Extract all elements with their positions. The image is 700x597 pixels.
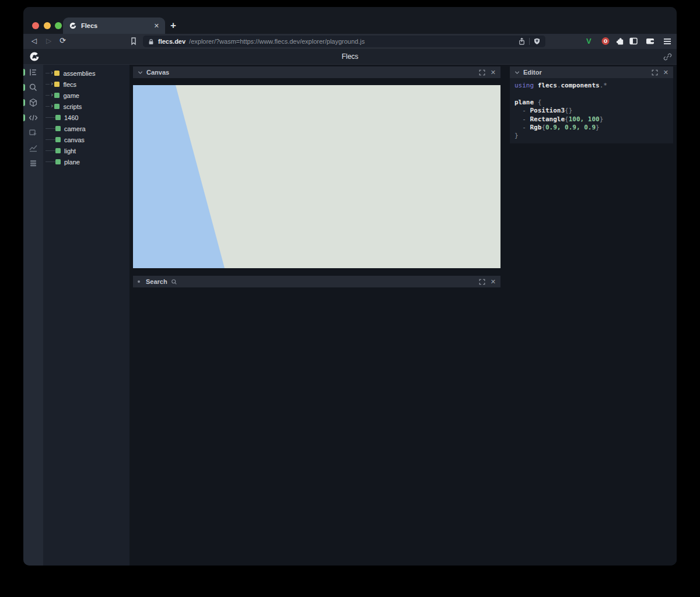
new-tab-button[interactable]: + [170,20,176,31]
canvas-panel-header: Canvas ✕ [133,66,501,78]
code-icon [29,113,38,122]
inspector-cursor-icon [29,128,38,138]
bookmark-icon[interactable] [130,37,138,45]
entity-color-swatch [54,104,60,109]
tree-item-label: game [63,92,79,99]
tree-item-label: 1460 [64,114,78,121]
back-button[interactable]: ◁ [32,37,37,45]
active-indicator [23,69,25,76]
chevron-down-icon[interactable] [138,70,143,75]
zoom-window-button[interactable] [55,22,62,29]
panel-title: Search [146,278,167,285]
url-bar[interactable]: flecs.dev /explorer/?wasm=https://www.fl… [143,36,545,47]
close-icon[interactable]: ✕ [491,69,496,76]
close-icon[interactable]: ✕ [491,279,496,285]
fullscreen-icon[interactable] [652,69,658,76]
tab-bar: Flecs ✕ + [23,7,677,34]
expand-arrow-icon[interactable]: › [51,91,53,99]
code-line: } [514,132,668,140]
entity-color-swatch [55,148,61,153]
code-line: using flecs.components.* [514,82,668,90]
sidebar-item-code[interactable] [23,110,43,125]
tree-item-game[interactable]: › game [43,90,130,101]
favicon-flecs-icon [69,22,77,30]
sidebar-item-charts[interactable] [23,141,43,156]
tree-item-light[interactable]: light [43,145,130,156]
cube-icon [29,98,38,107]
tree-item-label: light [64,148,76,154]
tree-item-label: flecs [63,81,76,88]
tab-close-icon[interactable]: ✕ [154,22,159,30]
close-window-button[interactable] [32,22,39,29]
editor-panel-header: Editor ✕ [510,66,673,78]
stack-icon [29,159,38,168]
panel-title: Editor [523,69,648,76]
magnifier-icon [171,279,177,285]
tree-item-assemblies[interactable]: › assemblies [43,68,130,79]
brave-shield-icon[interactable] [533,37,541,45]
sidebar-item-inspector[interactable] [23,125,43,141]
chevron-down-icon[interactable] [514,70,520,75]
sidebar-item-search[interactable] [23,80,43,95]
url-path: /explorer/?wasm=https://www.flecs.dev/ex… [189,38,514,45]
tree-item-scripts[interactable]: › scripts [43,101,130,112]
code-line [514,90,668,98]
divider [529,38,530,45]
tree-item-flecs[interactable]: › flecs [43,79,130,90]
browser-window: Flecs ✕ + ◁ ▷ ⟳ flecs.dev /explorer/?was… [23,7,677,566]
active-indicator [23,84,25,91]
extension-badge-icon[interactable] [601,36,610,46]
code-line: - Position3{} [514,107,668,115]
lock-icon [148,38,155,45]
line-chart-icon [29,143,38,153]
tree-item-label: canvas [64,136,85,143]
sidebar-item-stats[interactable] [23,156,43,171]
entity-color-swatch [55,115,61,120]
entity-tree-icon [29,68,38,77]
tree-item-camera[interactable]: camera [43,123,130,134]
expand-arrow-icon[interactable]: › [51,102,53,110]
entity-color-swatch [55,159,61,164]
entity-color-swatch [55,137,61,142]
code-line: - Rectangle{100, 100} [514,115,668,124]
url-domain: flecs.dev [158,38,186,45]
tree-item-label: scripts [63,103,82,110]
browser-menu-icon[interactable] [664,38,671,44]
minimize-window-button[interactable] [44,22,51,29]
fullscreen-icon[interactable] [479,279,485,285]
expand-arrow-icon[interactable]: › [51,69,53,76]
extensions-puzzle-icon[interactable] [615,36,625,46]
app-header: Flecs [23,49,677,65]
search-panel-header: Search ✕ [133,276,501,287]
tree-item-plane[interactable]: plane [43,156,130,167]
tree-item-1460[interactable]: 1460 [43,112,130,123]
tree-item-label: assemblies [63,70,95,77]
active-indicator [23,99,25,106]
close-icon[interactable]: ✕ [663,69,668,76]
expand-arrow-icon[interactable]: › [51,80,53,87]
entity-color-swatch [55,126,61,131]
browser-tab[interactable]: Flecs ✕ [63,17,165,34]
sidebar-item-entities[interactable] [23,65,43,80]
sidebar-toggle-icon[interactable] [629,36,638,46]
code-line: - Rgb{0.9, 0.9, 0.9} [514,124,668,132]
entity-color-swatch [54,82,60,87]
canvas-3d-viewport[interactable] [133,85,501,268]
page-title: Flecs [23,52,677,61]
reload-button[interactable]: ⟳ [60,36,66,45]
entity-tree-panel: › assemblies › flecs › game › scripts [43,65,130,566]
tree-item-label: camera [64,125,86,132]
tree-item-canvas[interactable]: canvas [43,134,130,145]
entity-color-swatch [54,71,60,76]
code-editor[interactable]: using flecs.components.* plane { - Posit… [510,78,673,143]
code-line: plane { [514,99,668,107]
share-link-icon[interactable] [663,52,672,61]
share-icon[interactable] [518,37,526,45]
extension-v-icon[interactable]: V [586,37,592,45]
tree-item-label: plane [64,159,80,166]
sidebar-item-components[interactable] [23,95,43,110]
fullscreen-icon[interactable] [479,69,485,76]
search-icon [29,83,38,92]
collapsed-dot-icon[interactable] [138,280,140,283]
wallet-icon[interactable] [645,36,655,46]
